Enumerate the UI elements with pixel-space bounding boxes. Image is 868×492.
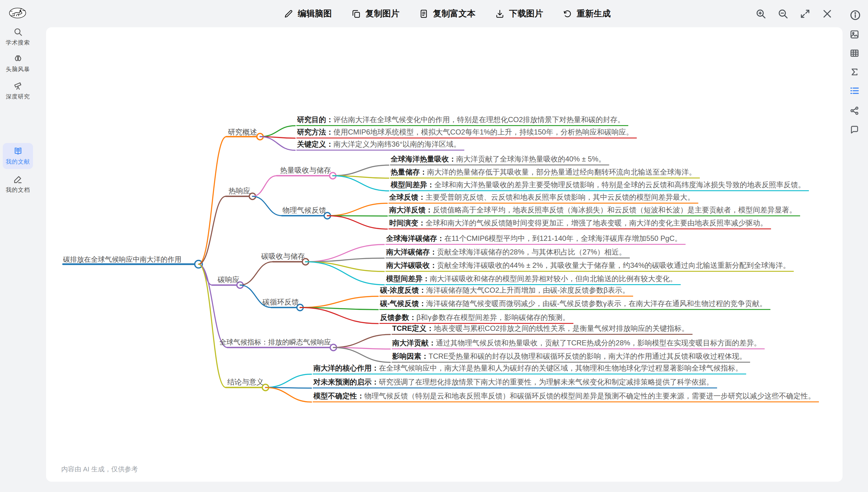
comment-panel-icon[interactable]: [849, 124, 860, 135]
mindmap-link: [265, 388, 312, 402]
outline-panel-button[interactable]: [849, 85, 860, 97]
mindmap-leaf[interactable]: 模型间差异：全球和南大洋热量吸收的差异主要受物理反馈影响，特别是全球的云反馈和高…: [390, 180, 809, 191]
mindmap-link: [327, 203, 387, 216]
sidebar-item-brainstorm[interactable]: 头脑风暴: [3, 54, 33, 73]
mindmap-leaf[interactable]: 全球海洋热量吸收：南大洋贡献了全球海洋热量吸收的40% ± 5%。: [390, 154, 609, 166]
share-panel-icon[interactable]: [849, 105, 860, 116]
mindmap-leaf[interactable]: 全球海洋碳储存：在11个CMIP6模型平均中，到121-140年，全球海洋碳库存…: [386, 234, 685, 245]
sidebar-item-my-literature[interactable]: 我的文献: [3, 143, 33, 169]
ai-generated-note: 内容由 AI 生成，仅供参考: [61, 465, 138, 474]
leaf-title: 南大洋的核心作用：: [313, 364, 379, 372]
sidebar-item-label: 我的文献: [6, 158, 30, 166]
mindmap-leaf[interactable]: 研究目的：评估南大洋在全球气候变化中的作用，特别是在理想化CO2排放情景下对热量…: [296, 115, 628, 126]
mindmap-link: [252, 176, 277, 196]
leaf-title: 碳-气候反馈：: [380, 299, 426, 308]
mindmap-link: [327, 216, 387, 229]
mindmap-node-label[interactable]: 研究概述: [228, 127, 257, 137]
mindmap-link: [306, 258, 384, 262]
mindmap-link: [333, 165, 389, 176]
left-sidebar: 学术搜索 头脑风暴 深度研究 我的文献 我的文档: [0, 0, 36, 492]
mindmap-node-label[interactable]: 物理气候反馈: [283, 205, 326, 215]
leaf-text: 研究强调了在理想化排放情景下南大洋的重要性，为理解未来气候变化和制定减排策略提供…: [379, 378, 714, 386]
mindmap-node-label[interactable]: 碳吸收与储存: [261, 251, 305, 261]
mindmap-leaf[interactable]: 关键定义：南大洋定义为南纬36°以南的海洋区域。: [296, 140, 464, 151]
leaf-text: 在11个CMIP6模型平均中，到121-140年，全球海洋碳库存增加550 Pg…: [444, 234, 682, 242]
mindmap-leaf[interactable]: 时间演变：全球和南大洋的气候反馈随时间变得更加正，增强了地表变暖，南大洋的变化主…: [389, 218, 771, 229]
leaf-text: 在全球气候响应中，南大洋是热量和人为碳封存的关键区域，其物理和生物地球化学过程显…: [379, 364, 743, 372]
mindmap-leaf[interactable]: 模型不确定性：物理气候反馈（特别是云和地表反照率反馈）和碳循环反馈的模型间差异是…: [313, 391, 819, 402]
info-button[interactable]: [849, 9, 861, 22]
mindmap-leaf[interactable]: 研究方法：使用CMIP6地球系统模型，模拟大气CO2每年1%的上升，持续150年…: [296, 127, 637, 139]
view-controls: [755, 0, 833, 27]
mindmap-leaf[interactable]: 模型间差异：南大洋碳吸收和储存的模型间差异相对较小，但向北输送的比例有较大变化。: [386, 274, 681, 285]
formula-panel-icon[interactable]: [849, 67, 860, 77]
zoom-in-icon[interactable]: [755, 8, 767, 19]
mindmap-leaf[interactable]: 碳-浓度反馈：海洋碳储存随大气CO2上升而增加，由碳-浓度反馈参数β表示。: [380, 286, 633, 297]
mindmap-node-label[interactable]: 热量吸收与储存: [280, 166, 331, 175]
mindmap-leaf[interactable]: 南大洋的核心作用：在全球气候响应中，南大洋是热量和人为碳封存的关键区域，其物理和…: [313, 364, 746, 374]
copy-richtext-button[interactable]: 复制富文本: [419, 8, 476, 19]
leaf-text: 物理气候反馈（特别是云和地表反照率反馈）和碳循环反馈的模型间差异是预测不确定性的…: [364, 392, 815, 400]
copy-richtext-icon: [419, 9, 429, 19]
mindmap-node-label[interactable]: 热响应: [228, 186, 250, 196]
mindmap-leaf[interactable]: 南大洋碳储存：贡献全球海洋碳储存的28%，与其体积占比（27%）相近。: [386, 247, 630, 259]
zoom-out-icon[interactable]: [777, 8, 789, 19]
mindmap-leaf[interactable]: 对未来预测的启示：研究强调了在理想化排放情景下南大洋的重要性，为理解未来气候变化…: [313, 377, 717, 388]
mindmap-link: [306, 262, 384, 271]
mindmap-link: [333, 347, 390, 362]
mindmap-link: [260, 137, 295, 150]
mindmap-leaf[interactable]: 热量储存：南大洋的热量储存低于其吸收量，部分热量通过经向翻转环流向北输送至全球海…: [390, 168, 700, 178]
mindmap-leaf[interactable]: 反馈参数：β和γ参数存在模型间差异，影响碳储存的预测。: [380, 313, 573, 324]
right-tool-panel: [845, 29, 864, 135]
mindmap-link: [198, 137, 226, 264]
close-icon[interactable]: [822, 8, 833, 19]
sidebar-item-academic-search[interactable]: 学术搜索: [3, 27, 33, 47]
leaf-title: 碳-浓度反馈：: [380, 286, 426, 294]
mindmap-leaf[interactable]: 碳-气候反馈：海洋碳储存随气候变暖而微弱减少，由碳-气候反馈参数γ表示，在南大洋…: [380, 299, 770, 310]
telescope-icon: [13, 81, 23, 91]
copy-image-button[interactable]: 复制图片: [351, 8, 400, 19]
leaf-text: 贡献全球海洋碳储存的28%，与其体积占比（27%）相近。: [437, 248, 626, 256]
download-image-button[interactable]: 下载图片: [495, 8, 543, 19]
table-panel-icon[interactable]: [849, 48, 860, 58]
pencil-icon: [13, 174, 23, 184]
mindmap-canvas[interactable]: 内容由 AI 生成，仅供参考 碳排放在全球气候响应中南大洋的作用研究概述研究目的…: [46, 27, 843, 482]
sidebar-item-label: 头脑风暴: [6, 66, 30, 73]
leaf-title: 时间演变：: [389, 219, 426, 227]
leaf-title: 热量储存：: [391, 168, 427, 176]
image-panel-icon[interactable]: [849, 29, 860, 40]
leaf-text: 南大洋碳吸收和储存的模型间差异相对较小，但向北输送的比例有较大变化。: [430, 274, 677, 282]
mindmap-leaf[interactable]: 南大洋反馈：反馈值略高于全球平均，地表反照率反馈（海冰损失）和云反馈（短波和长波…: [389, 205, 800, 216]
leaf-text: 反馈值略高于全球平均，地表反照率反馈（海冰损失）和云反馈（短波和长波）是主要贡献…: [433, 206, 796, 214]
leaf-text: TCRE受热量和碳的封存以及物理和碳循环反馈的影响，南大洋的作用通过其反馈和吸收…: [429, 352, 746, 360]
mindmap-leaf[interactable]: 南大洋贡献：通过其物理气候反馈和热量吸收，贡献了TCRE热成分的28%，影响模型…: [391, 338, 765, 349]
outline-panel-icon: [849, 85, 860, 96]
leaf-text: 贡献全球海洋碳吸收的44% ± 2%，其吸收量大于储存量，约34%的碳吸收通过向…: [437, 261, 790, 269]
mindmap-leaf[interactable]: 南大洋碳吸收：贡献全球海洋碳吸收的44% ± 2%，其吸收量大于储存量，约34%…: [386, 261, 794, 272]
mindmap-node-label[interactable]: 结论与意义: [227, 377, 264, 387]
leaf-text: 海洋碳储存随气候变暖而微弱减少，由碳-气候反馈参数γ表示，在南大洋存在通风和生物…: [426, 299, 767, 308]
mindmap-leaf[interactable]: 影响因素：TCRE受热量和碳的封存以及物理和碳循环反馈的影响，南大洋的作用通过其…: [391, 352, 750, 363]
mindmap-node-label[interactable]: 碳响应: [218, 275, 239, 285]
leaf-title: 研究目的：: [297, 116, 333, 124]
leaf-title: 关键定义：: [297, 140, 333, 148]
leaf-title: TCRE定义：: [392, 324, 434, 333]
edit-icon: [284, 9, 294, 19]
brain-icon: [13, 54, 23, 63]
mindmap-node-label[interactable]: 碳循环反馈: [262, 297, 299, 307]
mindmap-node-label[interactable]: 碳排放在全球气候响应中南大洋的作用: [63, 255, 182, 264]
leaf-text: 评估南大洋在全球气候变化中的作用，特别是在理想化CO2排放情景下对热量和碳的封存…: [333, 116, 625, 124]
mindmap-link: [252, 196, 282, 216]
fullscreen-icon[interactable]: [799, 8, 811, 19]
sidebar-item-my-documents[interactable]: 我的文档: [3, 174, 33, 194]
sidebar-item-deep-research[interactable]: 深度研究: [3, 81, 33, 101]
info-icon: [849, 9, 861, 21]
leaf-text: β和γ参数存在模型间差异，影响碳储存的预测。: [416, 313, 570, 321]
mindmap-leaf[interactable]: 全球反馈：主要受普朗克反馈、云反馈和地表反照率反馈影响，其中云反馈的模型间差异最…: [389, 193, 698, 203]
regenerate-button[interactable]: 重新生成: [562, 8, 611, 19]
leaf-title: 南大洋碳吸收：: [386, 261, 437, 269]
mindmap-node-label[interactable]: 全球气候指标：排放的瞬态气候响应: [219, 338, 331, 347]
edit-mindmap-button[interactable]: 编辑脑图: [284, 8, 332, 19]
mindmap-leaf[interactable]: TCRE定义：地表变暖与累积CO2排放之间的线性关系，是衡量气候对排放响应的关键…: [391, 324, 693, 335]
leaf-title: 对未来预测的启示：: [313, 378, 379, 386]
